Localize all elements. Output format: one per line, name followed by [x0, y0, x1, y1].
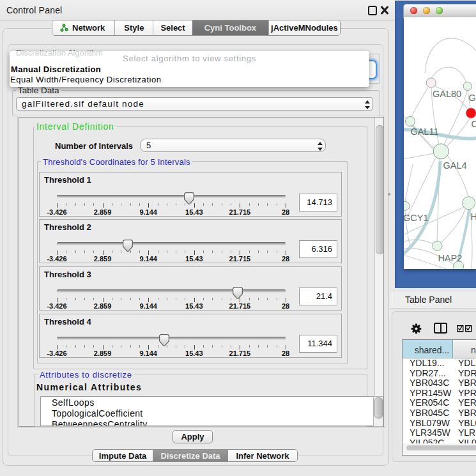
svg-text:GAL80: GAL80: [433, 89, 461, 99]
svg-text:GAL4: GAL4: [443, 160, 467, 171]
svg-text:HAP2: HAP2: [438, 253, 462, 263]
svg-text:CY: CY: [472, 119, 476, 129]
svg-text:H: H: [471, 211, 476, 222]
svg-text:GCY1: GCY1: [404, 213, 429, 223]
svg-text:GA: GA: [469, 93, 476, 103]
svg-text:GAL11: GAL11: [410, 127, 438, 137]
